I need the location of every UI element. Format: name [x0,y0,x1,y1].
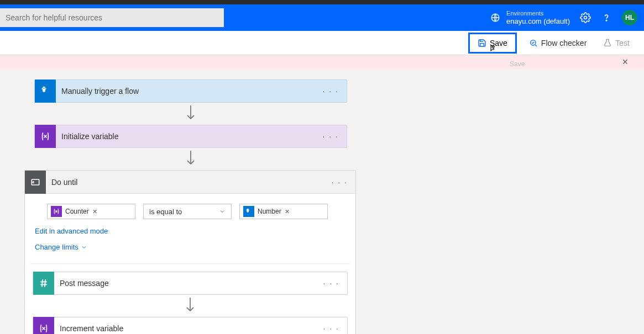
more-icon[interactable]: · · · [323,132,339,141]
step-title: Do until [51,178,77,187]
environment-icon [490,12,501,23]
save-button[interactable]: Save [468,33,517,54]
connector-arrow [33,295,348,317]
remove-token-icon[interactable]: ✕ [92,208,97,215]
operator-label: is equal to [149,208,182,216]
step-initialize-variable[interactable]: Initialize variable · · · [34,125,347,148]
condition-right-input[interactable]: Number ✕ [239,204,328,219]
connector-arrow [34,103,347,125]
close-icon[interactable]: ✕ [622,57,629,66]
more-icon[interactable]: · · · [332,178,348,187]
token-label: Counter [65,208,89,215]
variable-icon [51,206,62,217]
svg-point-4 [44,88,45,89]
environment-selector[interactable]: Environments enayu.com (default) [490,10,570,26]
loop-icon [25,171,46,194]
do-until-header[interactable]: Do until · · · [25,171,355,194]
svg-line-10 [42,279,43,287]
change-limits-link[interactable]: Change limits [35,243,87,251]
hash-icon [33,272,54,295]
svg-point-1 [584,17,587,19]
step-title: Manually trigger a flow [61,87,139,96]
test-label: Test [615,39,630,47]
trigger-icon [243,206,254,217]
env-value: enayu.com (default) [506,17,570,26]
step-trigger[interactable]: Manually trigger a flow · · · [34,79,347,103]
condition-left-input[interactable]: Counter ✕ [47,204,135,219]
svg-line-11 [45,279,46,287]
step-title: Initialize variable [61,132,119,141]
save-tooltip: Save [510,60,525,68]
variable-icon [33,317,54,334]
help-icon[interactable] [601,12,612,23]
remove-token-icon[interactable]: ✕ [285,208,290,215]
action-toolbar: Save Flow checker Test [0,31,644,55]
change-limits-label: Change limits [35,243,78,251]
step-post-message[interactable]: Post message · · · [33,272,348,295]
svg-point-2 [606,20,606,20]
step-do-until: Do until · · · Counter ✕ is equal to [24,170,356,334]
more-icon[interactable]: · · · [323,87,339,96]
chevron-down-icon [81,244,87,251]
env-label: Environments [506,10,570,17]
app-header: Environments enayu.com (default) HL [0,4,644,31]
condition-operator-select[interactable]: is equal to [143,204,232,219]
save-label: Save [490,39,507,47]
settings-icon[interactable] [580,12,591,23]
token-label: Number [258,208,281,215]
alert-banner: ✕ [0,55,644,70]
trigger-icon [35,79,56,103]
flow-canvas: Manually trigger a flow · · · Initialize… [0,70,644,334]
more-icon[interactable]: · · · [323,279,339,288]
avatar[interactable]: HL [622,10,637,25]
edit-advanced-link[interactable]: Edit in advanced mode [35,227,108,235]
counter-token[interactable]: Counter ✕ [51,205,101,218]
connector-arrow [34,148,347,170]
test-button[interactable]: Test [599,35,634,51]
flow-checker-button[interactable]: Flow checker [525,35,591,51]
step-increment-variable[interactable]: Increment variable · · · [33,317,348,334]
more-icon[interactable]: · · · [323,324,339,333]
step-title: Post message [60,279,109,288]
search-input[interactable] [0,8,224,27]
variable-icon [35,125,56,148]
chevron-down-icon [219,208,226,215]
flow-checker-label: Flow checker [541,39,587,47]
step-title: Increment variable [60,324,123,333]
condition-row: Counter ✕ is equal to Number ✕ [25,194,355,219]
number-token[interactable]: Number ✕ [243,205,293,218]
